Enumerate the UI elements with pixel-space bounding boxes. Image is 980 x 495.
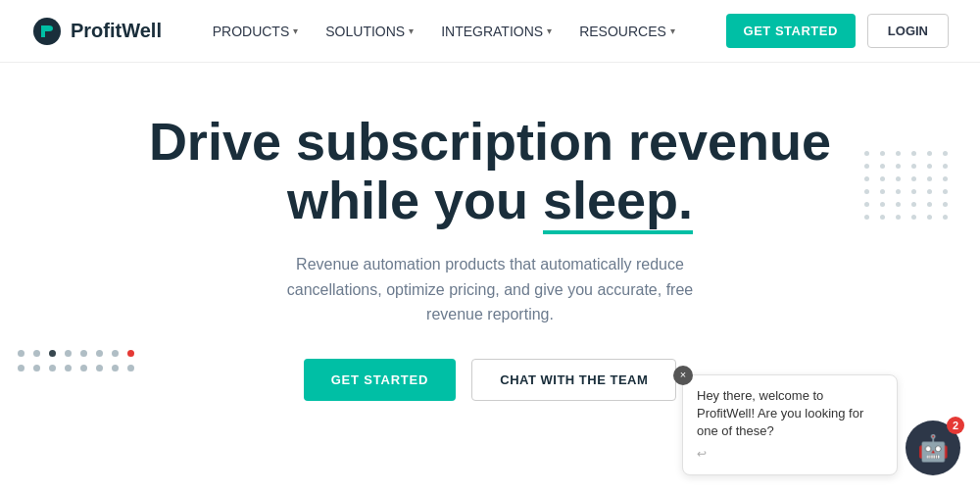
- nav-login-button[interactable]: LOGIN: [867, 14, 949, 48]
- chevron-down-icon: ▾: [409, 25, 414, 36]
- nav-get-started-button[interactable]: GET STARTED: [726, 14, 856, 48]
- chat-reply-icon: ↩: [697, 446, 883, 463]
- chevron-down-icon: ▾: [670, 25, 675, 36]
- nav-solutions[interactable]: SOLUTIONS ▾: [325, 24, 414, 39]
- chat-close-button[interactable]: ×: [673, 366, 693, 385]
- chat-avatar[interactable]: 🤖 2: [906, 421, 960, 475]
- nav-links: PRODUCTS ▾ SOLUTIONS ▾ INTEGRATIONS ▾ RE…: [213, 24, 675, 39]
- hero-section: Drive subscription revenue while you sle…: [0, 63, 980, 401]
- chat-widget: × Hey there, welcome to ProfitWell! Are …: [682, 374, 960, 475]
- hero-chat-button[interactable]: CHAT WITH THE TEAM: [471, 359, 676, 401]
- hero-subtitle: Revenue automation products that automat…: [284, 252, 696, 327]
- navbar: ProfitWell PRODUCTS ▾ SOLUTIONS ▾ INTEGR…: [0, 0, 980, 63]
- nav-resources[interactable]: RESOURCES ▾: [579, 24, 675, 39]
- nav-actions: GET STARTED LOGIN: [726, 14, 949, 48]
- logo-text: ProfitWell: [71, 20, 162, 42]
- hero-get-started-button[interactable]: GET STARTED: [304, 359, 457, 401]
- hero-title-keyword: sleep.: [543, 171, 693, 229]
- chat-badge: 2: [947, 417, 964, 434]
- logo-icon: [31, 16, 63, 47]
- hero-buttons: GET STARTED CHAT WITH THE TEAM: [304, 359, 677, 401]
- logo[interactable]: ProfitWell: [31, 16, 162, 47]
- chevron-down-icon: ▾: [293, 25, 298, 36]
- chat-message: Hey there, welcome to ProfitWell! Are yo…: [697, 387, 883, 441]
- robot-icon: 🤖: [917, 433, 949, 464]
- decorative-dots-left: [18, 350, 134, 371]
- hero-title: Drive subscription revenue while you sle…: [149, 112, 831, 230]
- nav-products[interactable]: PRODUCTS ▾: [213, 24, 299, 39]
- nav-integrations[interactable]: INTEGRATIONS ▾: [441, 24, 552, 39]
- chat-bubble: × Hey there, welcome to ProfitWell! Are …: [682, 374, 898, 475]
- decorative-dots-right: [864, 151, 951, 220]
- chevron-down-icon: ▾: [547, 25, 552, 36]
